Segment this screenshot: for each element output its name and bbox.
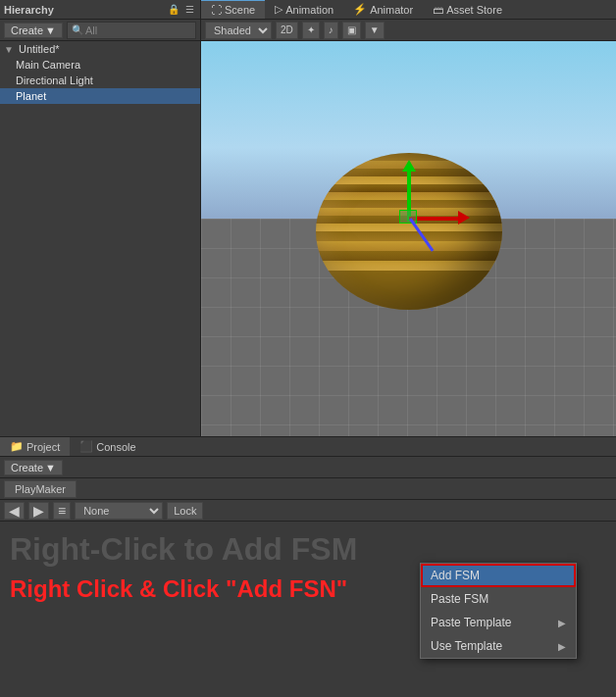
submenu-arrow-icon: ▶ xyxy=(558,641,566,652)
tab-console[interactable]: ⬛ Console xyxy=(70,437,145,456)
playmaker-content[interactable]: Right-Click to Add FSM Right Click & Cli… xyxy=(0,522,616,697)
gizmo-x-arrow xyxy=(458,211,470,224)
animation-tab-icon: ▷ xyxy=(275,3,282,16)
transform-gizmo xyxy=(370,168,448,266)
hierarchy-list: ▼ Untitled* Main Camera Directional Ligh… xyxy=(0,41,200,436)
hierarchy-header: Hierarchy 🔒 ☰ xyxy=(0,0,200,20)
2d-toggle-button[interactable]: 2D xyxy=(276,22,298,39)
hierarchy-header-icons: 🔒 ☰ xyxy=(166,4,196,15)
project-toolbar: Create ▼ xyxy=(0,457,616,478)
gizmos-button[interactable]: ▼ xyxy=(365,22,385,39)
expand-arrow-icon: ▼ xyxy=(4,44,14,55)
submenu-arrow-icon: ▶ xyxy=(558,618,566,628)
lighting-button[interactable]: ✦ xyxy=(302,22,320,39)
assetstore-tab-icon: 🗃 xyxy=(433,4,443,16)
planet-container xyxy=(316,153,502,310)
context-menu: Add FSM Paste FSM Paste Template ▶ Use T… xyxy=(420,563,577,659)
context-menu-item-addfsm[interactable]: Add FSM xyxy=(421,564,576,587)
effects-button[interactable]: ▣ xyxy=(342,22,361,39)
hierarchy-panel: Hierarchy 🔒 ☰ Create ▼ 🔍 All ▼ Untitled*… xyxy=(0,0,201,436)
dropdown-arrow-icon: ▼ xyxy=(45,462,56,473)
animator-tab-icon: ⚡ xyxy=(353,3,367,16)
search-icon: 🔍 xyxy=(72,25,83,35)
playmaker-lock-button[interactable]: Lock xyxy=(167,502,203,520)
right-click-instruction: Right-Click to Add FSM xyxy=(10,531,357,568)
playmaker-header: PlayMaker xyxy=(0,478,616,500)
lock-icon[interactable]: 🔒 xyxy=(166,4,181,15)
audio-button[interactable]: ♪ xyxy=(324,22,338,39)
tab-assetstore[interactable]: 🗃 Asset Store xyxy=(423,0,512,19)
project-create-button[interactable]: Create ▼ xyxy=(4,460,63,475)
hierarchy-search-field: 🔍 All xyxy=(67,22,196,39)
context-menu-item-pastefsm[interactable]: Paste FSM xyxy=(421,587,576,611)
gizmo-z-axis xyxy=(409,218,434,251)
scene-view xyxy=(201,41,616,436)
playmaker-prev-button[interactable]: ◀ xyxy=(4,502,25,520)
playmaker-menu-button[interactable]: ≡ xyxy=(53,502,71,520)
hierarchy-create-button[interactable]: Create ▼ xyxy=(4,23,63,38)
console-tab-icon: ⬛ xyxy=(79,440,93,453)
project-tabs-bar: 📁 Project ⬛ Console xyxy=(0,437,616,457)
tab-animation[interactable]: ▷ Animation xyxy=(265,0,343,19)
hierarchy-title: Hierarchy xyxy=(4,4,54,16)
gizmo-y-arrow xyxy=(402,160,416,172)
menu-icon[interactable]: ☰ xyxy=(183,4,196,15)
hierarchy-item-untitled[interactable]: ▼ Untitled* xyxy=(0,41,200,57)
hierarchy-item-directionallight[interactable]: Directional Light xyxy=(0,73,200,88)
scene-panel: ⛶ Scene ▷ Animation ⚡ Animator 🗃 Asset S… xyxy=(201,0,616,436)
scene-toolbar: Shaded 2D ✦ ♪ ▣ ▼ xyxy=(201,20,616,41)
playmaker-toolbar: ◀ ▶ ≡ None Lock xyxy=(0,500,616,522)
tab-animator[interactable]: ⚡ Animator xyxy=(343,0,423,19)
project-tab-icon: 📁 xyxy=(10,440,24,453)
hierarchy-item-maincamera[interactable]: Main Camera xyxy=(0,57,200,73)
playmaker-tab[interactable]: PlayMaker xyxy=(4,480,77,498)
gizmo-x-axis xyxy=(409,217,463,221)
playmaker-fsm-select[interactable]: None xyxy=(75,502,163,520)
tab-scene[interactable]: ⛶ Scene xyxy=(201,0,265,19)
bottom-area: 📁 Project ⬛ Console Create ▼ PlayMaker ◀… xyxy=(0,436,616,697)
playmaker-panel: PlayMaker ◀ ▶ ≡ None Lock Right-Click to… xyxy=(0,478,616,697)
shading-mode-select[interactable]: Shaded xyxy=(205,22,272,39)
context-menu-item-pastetemplate[interactable]: Paste Template ▶ xyxy=(421,611,576,634)
red-click-instruction: Right Click & Click "Add FSN" xyxy=(10,575,347,603)
dropdown-arrow-icon: ▼ xyxy=(45,25,56,36)
scene-tab-icon: ⛶ xyxy=(211,4,222,16)
tab-project[interactable]: 📁 Project xyxy=(0,437,70,456)
context-menu-item-usetemplate[interactable]: Use Template ▶ xyxy=(421,634,576,658)
playmaker-next-button[interactable]: ▶ xyxy=(28,502,49,520)
hierarchy-toolbar: Create ▼ 🔍 All xyxy=(0,20,200,41)
scene-tabs-bar: ⛶ Scene ▷ Animation ⚡ Animator 🗃 Asset S… xyxy=(201,0,616,20)
hierarchy-item-planet[interactable]: Planet xyxy=(0,88,200,104)
